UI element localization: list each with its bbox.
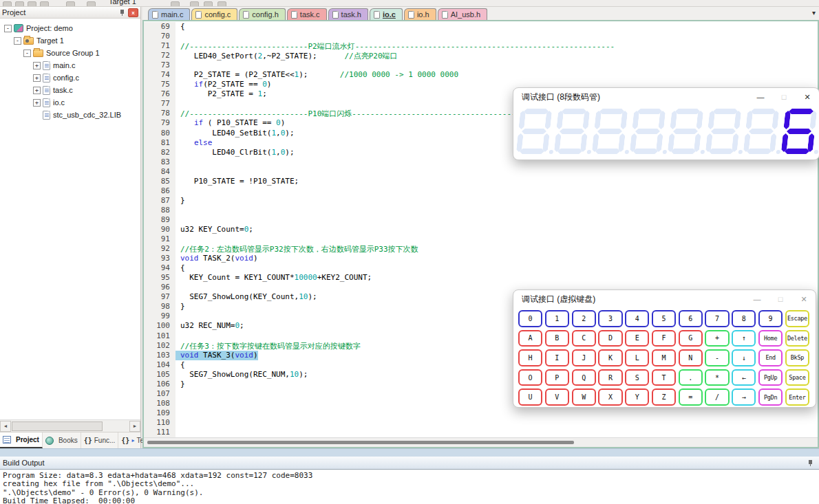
key-home[interactable]: Home bbox=[758, 330, 783, 347]
key-h[interactable]: H bbox=[518, 349, 542, 366]
key-0[interactable]: 0 bbox=[518, 310, 542, 327]
tab-task-h[interactable]: task.h bbox=[328, 8, 368, 20]
project-panel-hscrollbar[interactable]: ◄ ► bbox=[0, 419, 140, 432]
key-d[interactable]: D bbox=[598, 330, 622, 347]
key-[interactable]: ↓ bbox=[732, 349, 756, 366]
key-escape[interactable]: Escape bbox=[785, 310, 809, 327]
key-[interactable]: ← bbox=[732, 369, 756, 386]
key-l[interactable]: L bbox=[625, 349, 649, 366]
tree-collapse-icon[interactable]: - bbox=[4, 25, 12, 32]
key-1[interactable]: 1 bbox=[545, 310, 569, 327]
minimize-button[interactable]: — bbox=[745, 292, 769, 307]
close-button[interactable]: ✕ bbox=[792, 292, 816, 307]
tree-item-project-demo[interactable]: -Project: demo bbox=[0, 22, 140, 34]
tab-task-c[interactable]: task.c bbox=[287, 8, 327, 20]
key-[interactable]: . bbox=[679, 369, 703, 386]
pin-icon[interactable] bbox=[808, 460, 813, 466]
toolbar-icon[interactable] bbox=[171, 1, 180, 7]
tree-item-target-1[interactable]: -Target 1 bbox=[0, 34, 140, 47]
key-n[interactable]: N bbox=[679, 349, 703, 366]
splitter-strip[interactable] bbox=[0, 448, 819, 457]
toolbar-icon[interactable] bbox=[217, 1, 226, 7]
key-pgup[interactable]: PgUp bbox=[758, 369, 783, 386]
tree-collapse-icon[interactable]: - bbox=[23, 50, 31, 57]
seg7-window-titlebar[interactable]: 调试接口 (8段数码管) — □ ✕ bbox=[513, 88, 819, 106]
scroll-left-icon[interactable]: ◄ bbox=[0, 421, 11, 432]
key-k[interactable]: K bbox=[598, 349, 622, 366]
key-3[interactable]: 3 bbox=[598, 310, 622, 327]
tab-ai_usb-h[interactable]: AI_usb.h bbox=[438, 8, 487, 20]
key-[interactable]: → bbox=[732, 388, 756, 406]
key-u[interactable]: U bbox=[518, 388, 542, 406]
panel-tab-books[interactable]: Books bbox=[43, 432, 81, 448]
scrollbar-thumb[interactable] bbox=[147, 441, 574, 444]
key-m[interactable]: M bbox=[652, 349, 676, 366]
key-t[interactable]: T bbox=[652, 369, 676, 386]
key-bksp[interactable]: BkSp bbox=[785, 349, 809, 366]
toolbar-icon[interactable] bbox=[87, 1, 96, 7]
panel-tab-func[interactable]: {}Func... bbox=[81, 432, 119, 448]
toolbar-icon[interactable] bbox=[28, 1, 36, 7]
toolbar-icon[interactable] bbox=[40, 1, 49, 7]
key-5[interactable]: 5 bbox=[652, 310, 676, 327]
key-j[interactable]: J bbox=[572, 349, 596, 366]
editor-hscrollbar[interactable] bbox=[144, 437, 818, 447]
tab-list-dropdown-icon[interactable]: ▾ bbox=[812, 9, 816, 17]
key-b[interactable]: B bbox=[545, 330, 569, 347]
maximize-button[interactable]: □ bbox=[772, 89, 796, 105]
toolbar-icon[interactable] bbox=[3, 1, 12, 7]
key-[interactable]: = bbox=[679, 388, 703, 406]
key-[interactable]: + bbox=[705, 330, 729, 347]
key-q[interactable]: Q bbox=[572, 369, 596, 386]
tree-item-io-c[interactable]: +io.c bbox=[0, 96, 140, 109]
key-delete[interactable]: Delete bbox=[785, 330, 809, 347]
keyboard-window-titlebar[interactable]: 调试接口 (虚拟键盘) — □ ✕ bbox=[513, 290, 816, 308]
tree-item-main-c[interactable]: +main.c bbox=[0, 59, 140, 72]
key-2[interactable]: 2 bbox=[572, 310, 596, 327]
tree-collapse-icon[interactable]: - bbox=[14, 37, 21, 45]
key-8[interactable]: 8 bbox=[732, 310, 756, 327]
key-a[interactable]: A bbox=[518, 330, 542, 347]
scrollbar-thumb[interactable] bbox=[12, 421, 103, 431]
key-7[interactable]: 7 bbox=[705, 310, 729, 327]
key-w[interactable]: W bbox=[572, 388, 596, 406]
toolbar-icon[interactable] bbox=[15, 1, 24, 7]
tree-expand-icon[interactable]: + bbox=[33, 99, 41, 107]
minimize-button[interactable]: — bbox=[749, 89, 772, 105]
key-i[interactable]: I bbox=[545, 349, 569, 366]
tree-item-stc-usb-cdc-32-lib[interactable]: stc_usb_cdc_32.LIB bbox=[0, 109, 140, 121]
key-f[interactable]: F bbox=[652, 330, 676, 347]
tab-config-h[interactable]: config.h bbox=[239, 8, 286, 20]
panel-tab-project[interactable]: Project bbox=[0, 432, 43, 448]
pin-icon[interactable] bbox=[120, 10, 125, 16]
key-space[interactable]: Space bbox=[785, 369, 809, 386]
toolbar-icon[interactable] bbox=[66, 1, 75, 7]
key-4[interactable]: 4 bbox=[625, 310, 649, 327]
key-z[interactable]: Z bbox=[652, 388, 676, 406]
tree-item-source-group-1[interactable]: -Source Group 1 bbox=[0, 47, 140, 59]
key-c[interactable]: C bbox=[572, 330, 596, 347]
key-[interactable]: * bbox=[705, 369, 729, 386]
key-y[interactable]: Y bbox=[625, 388, 649, 406]
maximize-button[interactable]: □ bbox=[769, 292, 792, 307]
toolbar-icon[interactable] bbox=[190, 1, 199, 7]
toolbar-icon[interactable] bbox=[204, 1, 213, 7]
target-selector[interactable]: Target 1 bbox=[109, 0, 136, 6]
key-r[interactable]: R bbox=[598, 369, 622, 386]
tree-expand-icon[interactable]: + bbox=[33, 87, 41, 94]
key-[interactable]: ↑ bbox=[732, 330, 756, 347]
project-tree[interactable]: -Project: demo-Target 1-Source Group 1+m… bbox=[0, 19, 140, 419]
tab-io-c[interactable]: io.c bbox=[370, 8, 403, 20]
tab-config-c[interactable]: config.c bbox=[191, 8, 237, 20]
close-button[interactable]: ✕ bbox=[796, 89, 819, 105]
key-p[interactable]: P bbox=[545, 369, 569, 386]
tab-io-h[interactable]: io.h bbox=[404, 8, 436, 20]
tree-expand-icon[interactable]: + bbox=[33, 62, 41, 69]
key-g[interactable]: G bbox=[679, 330, 703, 347]
tab-main-c[interactable]: main.c bbox=[148, 8, 190, 20]
key-9[interactable]: 9 bbox=[758, 310, 783, 327]
key-x[interactable]: X bbox=[598, 388, 622, 406]
key-enter[interactable]: Enter bbox=[785, 388, 809, 406]
key-pgdn[interactable]: PgDn bbox=[758, 388, 783, 406]
key-[interactable]: - bbox=[705, 349, 729, 366]
